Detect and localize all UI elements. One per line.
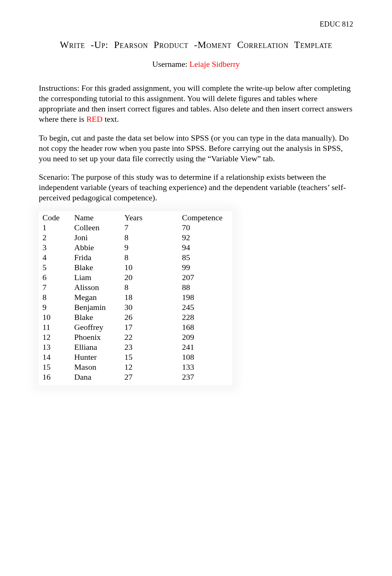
table-row: 5Blake1099: [39, 263, 229, 273]
data-table-wrap: Code Name Years Competence 1Colleen7702J…: [39, 211, 232, 385]
table-cell-competence: 237: [179, 372, 229, 382]
table-cell-competence: 85: [179, 253, 229, 263]
table-row: 1Colleen770: [39, 223, 229, 233]
table-cell-code: 4: [39, 253, 71, 263]
table-cell-years: 17: [121, 323, 179, 332]
table-header-row: Code Name Years Competence: [39, 213, 229, 223]
table-row: 13Elliana23241: [39, 342, 229, 352]
username-value: Leiaje Sidberry: [189, 59, 240, 69]
table-row: 3Abbie994: [39, 243, 229, 253]
table-row: 6Liam20207: [39, 273, 229, 283]
table-cell-competence: 209: [179, 332, 229, 342]
table-cell-code: 12: [39, 332, 71, 342]
table-cell-competence: 207: [179, 273, 229, 283]
table-cell-name: Phoenix: [71, 332, 121, 342]
table-cell-years: 8: [121, 253, 179, 263]
table-cell-competence: 245: [179, 303, 229, 313]
table-row: 9Benjamin30245: [39, 303, 229, 313]
table-cell-years: 12: [121, 362, 179, 372]
table-cell-name: Geoffrey: [71, 323, 121, 332]
table-header-competence: Competence: [179, 213, 229, 223]
data-table-body: 1Colleen7702Joni8923Abbie9944Frida8855Bl…: [39, 223, 229, 382]
title-word-1: -Up:: [91, 39, 109, 51]
table-cell-competence: 198: [179, 293, 229, 303]
table-cell-competence: 168: [179, 323, 229, 332]
data-table: Code Name Years Competence 1Colleen7702J…: [39, 213, 229, 382]
table-row: 2Joni892: [39, 233, 229, 243]
table-cell-code: 14: [39, 352, 71, 362]
instructions-text-after: text.: [103, 114, 119, 124]
table-cell-years: 10: [121, 263, 179, 273]
table-cell-competence: 88: [179, 283, 229, 293]
table-cell-code: 15: [39, 362, 71, 372]
table-header-code: Code: [39, 213, 71, 223]
table-row: 14Hunter15108: [39, 352, 229, 362]
table-cell-code: 1: [39, 223, 71, 233]
username-label: Username:: [152, 59, 189, 69]
title-word-6: Template: [294, 39, 332, 51]
table-cell-years: 22: [121, 332, 179, 342]
table-cell-competence: 94: [179, 243, 229, 253]
username-line: Username: Leiaje Sidberry: [39, 59, 353, 69]
document-page: EDUC 812 Write -Up: Pearson Product -Mom…: [0, 0, 392, 576]
document-title: Write -Up: Pearson Product -Moment Corre…: [39, 39, 353, 51]
table-cell-competence: 70: [179, 223, 229, 233]
table-cell-years: 7: [121, 223, 179, 233]
scenario-label: Scenario:: [39, 172, 71, 182]
table-row: 15Mason12133: [39, 362, 229, 372]
table-cell-competence: 241: [179, 342, 229, 352]
table-cell-code: 5: [39, 263, 71, 273]
table-cell-code: 7: [39, 283, 71, 293]
table-cell-years: 27: [121, 372, 179, 382]
table-cell-code: 6: [39, 273, 71, 283]
begin-paragraph: To begin, cut and paste the data set bel…: [39, 133, 353, 164]
table-cell-years: 23: [121, 342, 179, 352]
table-cell-years: 15: [121, 352, 179, 362]
instructions-text-before: For this graded assignment, you will com…: [39, 83, 353, 124]
table-cell-name: Mason: [71, 362, 121, 372]
title-word-4: -Moment: [194, 39, 231, 51]
instructions-paragraph: Instructions: For this graded assignment…: [39, 83, 353, 125]
table-cell-code: 2: [39, 233, 71, 243]
table-cell-years: 9: [121, 243, 179, 253]
table-cell-name: Benjamin: [71, 303, 121, 313]
table-cell-name: Blake: [71, 313, 121, 323]
table-cell-name: Megan: [71, 293, 121, 303]
table-cell-name: Alisson: [71, 283, 121, 293]
table-row: 11Geoffrey17168: [39, 323, 229, 332]
table-cell-name: Frida: [71, 253, 121, 263]
table-cell-years: 18: [121, 293, 179, 303]
table-cell-competence: 108: [179, 352, 229, 362]
table-row: 4Frida885: [39, 253, 229, 263]
title-word-5: Correlation: [237, 39, 288, 51]
table-cell-name: Liam: [71, 273, 121, 283]
table-cell-name: Elliana: [71, 342, 121, 352]
title-word-2: Pearson: [114, 39, 148, 51]
table-cell-competence: 133: [179, 362, 229, 372]
table-cell-name: Blake: [71, 263, 121, 273]
table-cell-name: Dana: [71, 372, 121, 382]
table-cell-code: 11: [39, 323, 71, 332]
table-cell-years: 26: [121, 313, 179, 323]
table-cell-years: 20: [121, 273, 179, 283]
title-word-3: Product: [154, 39, 188, 51]
table-cell-code: 8: [39, 293, 71, 303]
table-cell-name: Joni: [71, 233, 121, 243]
instructions-label: Instructions:: [39, 83, 82, 93]
table-cell-name: Hunter: [71, 352, 121, 362]
table-cell-years: 30: [121, 303, 179, 313]
table-cell-competence: 228: [179, 313, 229, 323]
title-word-0: Write: [60, 39, 85, 51]
course-header: EDUC 812: [39, 20, 353, 28]
scenario-text: The purpose of this study was to determi…: [39, 172, 346, 202]
table-row: 16Dana27237: [39, 372, 229, 382]
table-row: 8Megan18198: [39, 293, 229, 303]
table-cell-years: 8: [121, 233, 179, 243]
table-cell-name: Colleen: [71, 223, 121, 233]
table-row: 10Blake26228: [39, 313, 229, 323]
data-table-head: Code Name Years Competence: [39, 213, 229, 223]
table-row: 7Alisson888: [39, 283, 229, 293]
instructions-red-word: RED: [86, 114, 103, 124]
table-header-name: Name: [71, 213, 121, 223]
table-cell-code: 10: [39, 313, 71, 323]
